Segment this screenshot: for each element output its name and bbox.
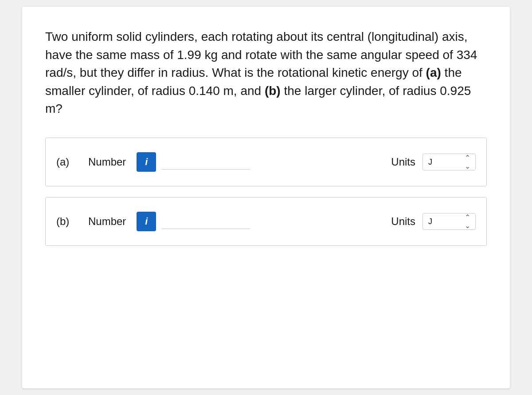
bold-a: (a) [426,66,441,79]
part-label-a: (a) [56,156,83,168]
info-icon-a: i [145,156,148,168]
info-icon-b: i [145,216,148,227]
number-input-b[interactable] [161,214,250,229]
units-select-a[interactable]: J kJ MJ [422,154,476,170]
part-label-b: (b) [56,215,83,228]
answer-row-a: (a) Number i Units J kJ MJ ⌃⌄ [45,138,487,186]
number-label-a: Number [88,156,126,168]
info-button-b[interactable]: i [137,212,156,231]
units-select-b[interactable]: J kJ MJ [422,213,476,230]
number-input-wrapper-a [161,154,268,170]
row-b-left: (b) Number i [56,212,391,231]
answer-row-b: (b) Number i Units J kJ MJ ⌃⌄ [45,197,487,246]
units-select-container-b: J kJ MJ ⌃⌄ [422,213,476,230]
units-label-a: Units [391,156,415,168]
page-container: Two uniform solid cylinders, each rotati… [22,7,510,388]
units-select-container-a: J kJ MJ ⌃⌄ [422,154,476,170]
question-text: Two uniform solid cylinders, each rotati… [45,28,487,118]
info-button-a[interactable]: i [137,152,156,172]
number-input-a[interactable] [161,154,250,170]
number-label-b: Number [88,215,126,228]
bold-b: (b) [265,84,281,98]
number-input-wrapper-b [161,214,268,229]
units-label-b: Units [391,215,415,228]
row-a-left: (a) Number i [56,152,391,172]
